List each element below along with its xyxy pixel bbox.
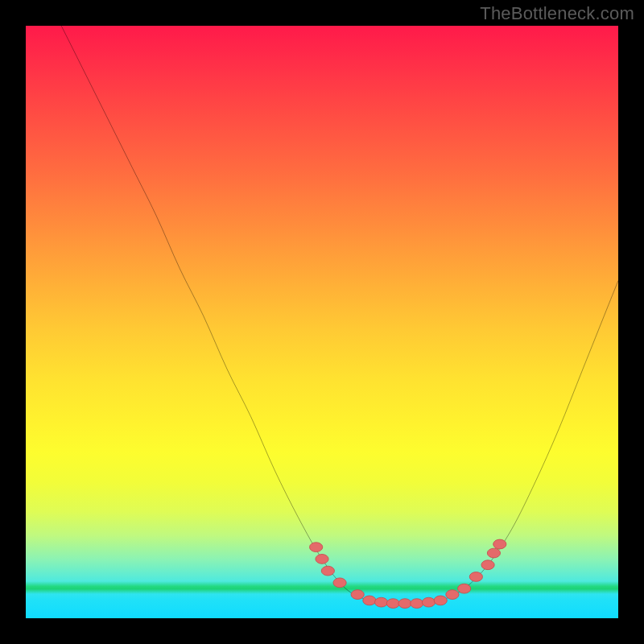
curve-line <box>61 26 618 604</box>
curve-marker <box>422 597 435 607</box>
curve-marker <box>351 590 364 600</box>
curve-marker <box>310 543 323 552</box>
curve-marker <box>363 596 376 605</box>
curve-marker <box>333 578 346 588</box>
curve-marker <box>386 599 399 609</box>
bottleneck-curve <box>26 26 618 618</box>
curve-markers <box>310 539 506 608</box>
curve-marker <box>411 599 423 609</box>
curve-marker <box>446 590 459 600</box>
chart-area <box>26 26 618 618</box>
curve-marker <box>321 566 334 576</box>
curve-marker <box>469 572 482 582</box>
curve-marker <box>316 555 328 564</box>
curve-marker <box>458 584 471 593</box>
attribution-text: TheBottleneck.com <box>480 3 634 24</box>
curve-marker <box>398 599 411 609</box>
curve-marker <box>493 539 506 549</box>
curve-marker <box>434 596 447 605</box>
curve-marker <box>481 560 494 570</box>
curve-marker <box>375 597 388 607</box>
curve-marker <box>487 548 500 558</box>
